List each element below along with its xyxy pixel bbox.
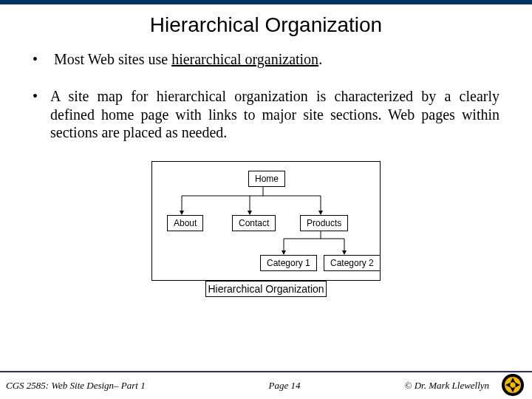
bullet-list: Most Web sites use hierarchical organiza… — [33, 50, 499, 142]
top-border — [0, 0, 532, 4]
footer-left: CGS 2585: Web Site Design– Part 1 — [0, 380, 207, 392]
node-products: Products — [300, 215, 348, 231]
node-category-1: Category 1 — [260, 255, 317, 271]
bullet-1-text-a: Most Web sites use — [54, 51, 171, 67]
footer-page: Page 14 — [207, 380, 361, 392]
bullet-1-text-c: . — [318, 51, 322, 67]
slide: Hierarchical Organization Most Web sites… — [0, 0, 532, 399]
slide-title: Hierarchical Organization — [0, 13, 532, 37]
node-home: Home — [248, 171, 285, 187]
bullet-1: Most Web sites use hierarchical organiza… — [33, 50, 499, 68]
content-area: Most Web sites use hierarchical organiza… — [0, 37, 532, 297]
node-about: About — [167, 215, 203, 231]
bullet-1-underlined: hierarchical organization — [171, 51, 318, 67]
diagram-caption: Hierarchical Organization — [205, 281, 327, 297]
node-contact: Contact — [232, 215, 276, 231]
diagram-container: Home About Contact Products Category 1 C… — [151, 161, 381, 297]
hierarchy-diagram: Home About Contact Products Category 1 C… — [151, 161, 381, 281]
node-category-2: Category 2 — [324, 255, 381, 271]
bullet-2: A site map for hierarchical organization… — [33, 87, 499, 141]
footer: CGS 2585: Web Site Design– Part 1 Page 1… — [0, 371, 532, 399]
logo-icon — [501, 373, 525, 397]
